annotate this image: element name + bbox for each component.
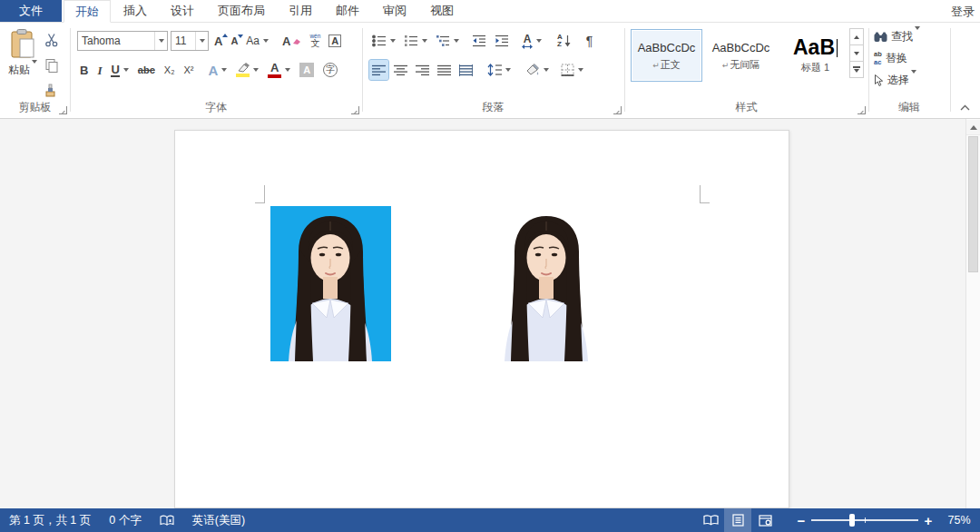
grow-font-button[interactable]: A — [211, 31, 225, 51]
replace-ab-ac-icon: abac — [874, 51, 882, 66]
style-card-normal[interactable]: AaBbCcDc ↵ 正文 — [631, 29, 702, 82]
paste-button[interactable]: 粘贴 — [5, 28, 40, 99]
superscript-button[interactable]: X² — [181, 60, 196, 80]
change-case-button[interactable]: Aa — [243, 31, 271, 51]
text-highlight-button[interactable] — [233, 60, 261, 80]
bold-button[interactable]: B — [77, 60, 91, 80]
styles-gallery-more-button[interactable] — [849, 61, 864, 78]
strikethrough-button[interactable]: abc — [135, 60, 158, 80]
distribute-button[interactable] — [456, 60, 475, 80]
clipboard-group: 粘贴 剪贴板 — [0, 23, 70, 119]
format-painter-button[interactable] — [42, 81, 62, 101]
copy-button[interactable] — [42, 55, 62, 75]
page-number-status[interactable]: 第 1 页，共 1 页 — [0, 508, 100, 532]
borders-button[interactable] — [558, 60, 586, 80]
tab-mailings[interactable]: 邮件 — [325, 0, 370, 22]
zoom-out-button[interactable]: − — [791, 513, 811, 528]
scrollbar-thumb[interactable] — [968, 136, 978, 272]
print-layout-view-button[interactable] — [724, 508, 751, 532]
style-preview: AaB — [793, 36, 838, 59]
bullets-button[interactable] — [369, 31, 398, 51]
document-page[interactable] — [174, 130, 789, 508]
zoom-slider[interactable] — [811, 519, 918, 521]
zoom-in-button[interactable]: + — [918, 513, 938, 528]
font-dialog-launcher[interactable] — [351, 106, 359, 114]
align-left-button[interactable] — [369, 60, 388, 80]
shading-button[interactable] — [523, 60, 552, 80]
font-size-value: 11 — [172, 34, 195, 47]
decrease-indent-button[interactable] — [469, 31, 489, 51]
phonetic-guide-icon[interactable]: wén 文 — [307, 31, 323, 51]
editing-group: 查找 abac 替换 选择 编辑 — [868, 23, 950, 119]
ribbon-home: 粘贴 剪贴板 — [0, 23, 980, 119]
italic-button[interactable]: I — [94, 60, 104, 80]
align-right-button[interactable] — [413, 60, 432, 80]
underline-button[interactable]: U — [108, 60, 131, 80]
shrink-font-button[interactable]: A — [228, 31, 240, 51]
replace-button[interactable]: abac 替换 — [874, 51, 907, 66]
asian-layout-button[interactable]: A — [519, 31, 544, 51]
clipboard-dialog-launcher[interactable] — [59, 106, 67, 114]
font-group: Tahoma 11 A A Aa A wén 文 A — [70, 23, 362, 119]
styles-scroll-down-button[interactable] — [849, 44, 864, 62]
styles-group-label: 样式 — [624, 100, 868, 115]
paste-label: 粘贴 — [8, 63, 37, 78]
styles-scroll-up-button[interactable] — [849, 28, 864, 45]
tab-review[interactable]: 审阅 — [372, 0, 417, 22]
enclose-characters-button[interactable]: 字 — [320, 60, 340, 80]
increase-indent-button[interactable] — [492, 31, 512, 51]
font-size-dropdown-icon[interactable] — [195, 32, 208, 50]
web-layout-view-button[interactable] — [751, 508, 779, 532]
character-border-button[interactable]: A — [326, 31, 344, 51]
style-card-no-spacing[interactable]: AaBbCcDc ↵ 无间隔 — [705, 29, 777, 82]
select-button[interactable]: 选择 — [874, 73, 916, 88]
style-card-heading1[interactable]: AaB 标题 1 — [779, 29, 851, 82]
align-center-button[interactable] — [391, 60, 410, 80]
text-effects-button[interactable]: A — [205, 60, 230, 80]
zoom-level-label[interactable]: 75% — [938, 514, 980, 527]
cut-button[interactable] — [42, 30, 62, 50]
tab-design[interactable]: 设计 — [160, 0, 205, 22]
numbering-button[interactable] — [401, 31, 430, 51]
paragraph-dialog-launcher[interactable] — [613, 106, 622, 114]
subscript-button[interactable]: X₂ — [162, 60, 178, 80]
zoom-control: − + 75% — [791, 508, 980, 532]
find-button[interactable]: 查找 — [874, 29, 920, 44]
highlight-color-swatch — [236, 74, 250, 77]
margin-crop-mark-right — [700, 185, 710, 203]
zoom-slider-thumb[interactable] — [849, 514, 855, 527]
show-hide-marks-button[interactable]: ¶ — [583, 31, 596, 51]
line-spacing-button[interactable] — [485, 60, 514, 80]
tab-page-layout[interactable]: 页面布局 — [207, 0, 276, 22]
font-name-combobox[interactable]: Tahoma — [77, 31, 168, 51]
tab-insert[interactable]: 插入 — [113, 0, 158, 22]
id-photo-white-background[interactable] — [486, 206, 607, 361]
sort-button[interactable]: AZ — [554, 31, 573, 51]
clear-formatting-button[interactable]: A — [279, 31, 304, 51]
binoculars-icon — [874, 32, 887, 43]
word-count-status[interactable]: 0 个字 — [100, 508, 150, 532]
tab-file[interactable]: 文件 — [0, 0, 62, 22]
id-photo-blue-background[interactable] — [270, 206, 391, 361]
multilevel-list-button[interactable] — [433, 31, 462, 51]
vertical-scrollbar[interactable] — [965, 119, 980, 508]
sign-in-link[interactable]: 登录 — [951, 0, 975, 23]
style-name: 标题 1 — [801, 61, 829, 74]
paragraph-group-label: 段落 — [362, 100, 624, 115]
justify-button[interactable] — [435, 60, 454, 80]
character-shading-button[interactable]: A — [297, 60, 317, 80]
styles-group: AaBbCcDc ↵ 正文 AaBbCcDc ↵ 无间隔 AaB 标题 1 样式 — [624, 23, 868, 119]
read-mode-view-button[interactable] — [697, 508, 724, 532]
font-color-button[interactable]: A — [265, 60, 293, 80]
scroll-up-arrow[interactable] — [966, 120, 980, 135]
font-name-dropdown-icon[interactable] — [154, 32, 167, 50]
tab-home[interactable]: 开始 — [64, 0, 111, 23]
tab-view[interactable]: 视图 — [419, 0, 465, 22]
group-separator — [950, 28, 951, 112]
proofing-status-icon[interactable] — [151, 508, 183, 532]
tab-references[interactable]: 引用 — [278, 0, 323, 22]
collapse-ribbon-button[interactable] — [958, 102, 971, 113]
font-size-combobox[interactable]: 11 — [171, 31, 209, 51]
language-status[interactable]: 英语(美国) — [183, 508, 254, 532]
styles-dialog-launcher[interactable] — [858, 106, 866, 114]
